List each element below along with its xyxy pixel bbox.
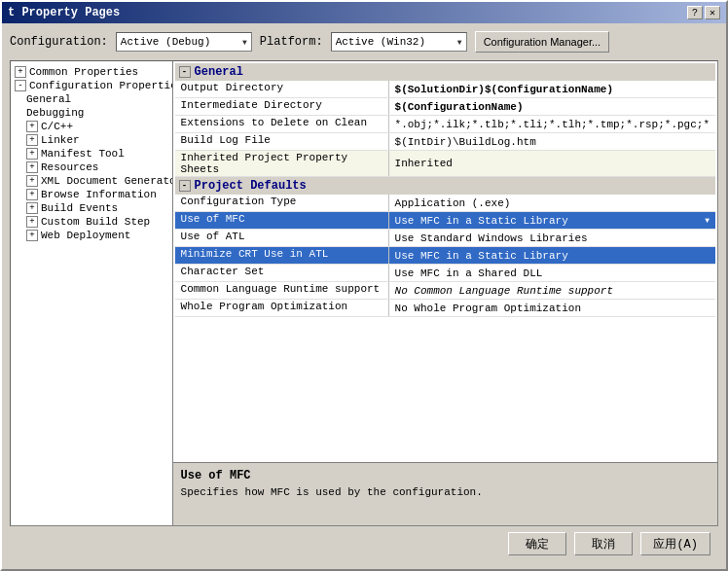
properties-area: - General Output Directory $(SolutionDir… <box>173 61 717 462</box>
prop-config-type[interactable]: Configuration Type Application (.exe) <box>175 195 715 212</box>
prop-val-minimize-crt-text: Use MFC in a Static Library <box>395 250 568 262</box>
prop-use-atl[interactable]: Use of ATL Use Standard Windows Librarie… <box>175 230 715 247</box>
tree-item-manifest-tool[interactable]: + Manifest Tool <box>11 147 172 161</box>
tree-label-common: Common Properties <box>29 66 138 78</box>
expander-common[interactable]: + <box>15 66 26 78</box>
tree-label-resources: Resources <box>41 161 98 173</box>
left-tree-panel: + Common Properties - Configuration Prop… <box>11 61 173 525</box>
prop-val-clr: No Common Language Runtime support <box>389 282 715 299</box>
prop-val-char-set-text: Use MFC in a Shared DLL <box>395 268 543 279</box>
bottom-buttons: 确定 取消 应用(A) <box>10 526 718 561</box>
general-section-label: General <box>195 65 243 79</box>
tree-label-custom-build: Custom Build Step <box>41 216 150 228</box>
prop-intermediate-dir[interactable]: Intermediate Directory $(ConfigurationNa… <box>175 98 715 116</box>
prop-clr-support[interactable]: Common Language Runtime support No Commo… <box>175 282 715 300</box>
prop-name-inherited: Inherited Project Property Sheets <box>175 151 389 176</box>
expander-browse[interactable]: + <box>26 189 38 200</box>
project-defaults-expander[interactable]: - <box>179 180 191 192</box>
prop-name-char-set: Character Set <box>175 265 389 281</box>
expander-xml[interactable]: + <box>26 175 38 187</box>
description-area: Use of MFC Specifies how MFC is used by … <box>173 462 717 525</box>
prop-name-use-mfc: Use of MFC <box>175 212 389 229</box>
general-section-expander[interactable]: - <box>179 66 191 78</box>
prop-val-whole-program-text: No Whole Program Optimization <box>395 303 581 314</box>
prop-val-intermediate-dir: $(ConfigurationName) <box>389 98 715 115</box>
prop-name-extensions: Extensions to Delete on Clean <box>175 116 389 132</box>
tree-item-custom-build[interactable]: + Custom Build Step <box>11 215 172 229</box>
prop-val-inherited-text: Inherited <box>395 158 453 169</box>
expander-config[interactable]: - <box>15 80 26 91</box>
property-pages-window: t Property Pages ? ✕ Configuration: Acti… <box>0 0 728 571</box>
prop-val-char-set: Use MFC in a Shared DLL <box>389 265 715 281</box>
tree-item-xml-doc[interactable]: + XML Document Generator <box>11 174 172 188</box>
config-dropdown-arrow: ▼ <box>242 38 247 47</box>
expander-build-events[interactable]: + <box>26 202 38 214</box>
prop-val-extensions-text: *.obj;*.ilk;*.tlb;*.tli;*.tlh;*.tmp;*.rs… <box>395 119 710 130</box>
close-button[interactable]: ✕ <box>705 6 720 19</box>
tree-label-cc: C/C++ <box>41 121 73 132</box>
prop-val-use-mfc-text: Use MFC in a Static Library <box>395 215 568 227</box>
tree-item-build-events[interactable]: + Build Events <box>11 201 172 215</box>
prop-inherited[interactable]: Inherited Project Property Sheets Inheri… <box>175 151 715 177</box>
prop-extensions[interactable]: Extensions to Delete on Clean *.obj;*.il… <box>175 116 715 133</box>
expander-manifest[interactable]: + <box>26 148 38 160</box>
tree-item-debugging[interactable]: Debugging <box>11 106 172 120</box>
prop-val-config-type: Application (.exe) <box>389 195 715 211</box>
prop-val-build-log-text: $(IntDir)\BuildLog.htm <box>395 136 536 148</box>
prop-name-config-type: Configuration Type <box>175 195 389 211</box>
tree-item-cc[interactable]: + C/C++ <box>11 120 172 133</box>
tree-item-linker[interactable]: + Linker <box>11 133 172 147</box>
expander-web[interactable]: + <box>26 230 38 241</box>
tree-label-linker: Linker <box>41 134 80 146</box>
prop-name-minimize-crt: Minimize CRT Use in ATL <box>175 247 389 264</box>
prop-use-mfc[interactable]: Use of MFC Use MFC in a Static Library ▼ <box>175 212 715 230</box>
tree-label-xml: XML Document Generator <box>41 175 173 187</box>
prop-name-intermediate-dir: Intermediate Directory <box>175 98 389 115</box>
prop-val-output-dir-text: $(SolutionDir)$(ConfigurationName) <box>395 84 613 95</box>
platform-dropdown[interactable]: Active (Win32) ▼ <box>331 32 467 52</box>
prop-whole-program[interactable]: Whole Program Optimization No Whole Prog… <box>175 300 715 317</box>
ok-button[interactable]: 确定 <box>508 532 566 555</box>
help-button[interactable]: ? <box>687 6 703 19</box>
expander-resources[interactable]: + <box>26 161 38 173</box>
prop-output-dir[interactable]: Output Directory $(SolutionDir)$(Configu… <box>175 81 715 98</box>
expander-cc[interactable]: + <box>26 121 38 132</box>
prop-minimize-crt[interactable]: Minimize CRT Use in ATL Use MFC in a Sta… <box>175 247 715 265</box>
main-panel: + Common Properties - Configuration Prop… <box>10 60 718 526</box>
tree-item-web-deploy[interactable]: + Web Deployment <box>11 229 172 242</box>
tree-label-config: Configuration Properties <box>29 80 173 91</box>
project-defaults-label: Project Defaults <box>195 179 307 193</box>
expander-linker[interactable]: + <box>26 134 38 146</box>
tree-label-debugging: Debugging <box>26 107 84 119</box>
cancel-button[interactable]: 取消 <box>574 532 633 555</box>
prop-val-use-mfc: Use MFC in a Static Library ▼ <box>389 212 715 229</box>
prop-char-set[interactable]: Character Set Use MFC in a Shared DLL <box>175 265 715 282</box>
desc-title: Use of MFC <box>181 469 710 482</box>
title-buttons: ? ✕ <box>687 6 720 19</box>
tree-item-configuration-properties[interactable]: - Configuration Properties <box>11 79 172 92</box>
prop-val-output-dir: $(SolutionDir)$(ConfigurationName) <box>389 81 715 97</box>
prop-build-log[interactable]: Build Log File $(IntDir)\BuildLog.htm <box>175 133 715 151</box>
prop-name-whole-program: Whole Program Optimization <box>175 300 389 316</box>
config-manager-button[interactable]: Configuration Manager... <box>475 31 609 53</box>
tree-label-browse: Browse Information <box>41 189 157 200</box>
prop-name-use-atl: Use of ATL <box>175 230 389 246</box>
expander-custom-build[interactable]: + <box>26 216 38 228</box>
project-defaults-section-header: - Project Defaults <box>175 177 715 195</box>
tree-item-resources[interactable]: + Resources <box>11 161 172 174</box>
tree-item-browse-info[interactable]: + Browse Information <box>11 188 172 201</box>
tree-item-common-properties[interactable]: + Common Properties <box>11 65 172 79</box>
tree-label-build-events: Build Events <box>41 202 118 214</box>
title-bar: t Property Pages ? ✕ <box>2 2 726 23</box>
prop-val-whole-program: No Whole Program Optimization <box>389 300 715 316</box>
apply-button[interactable]: 应用(A) <box>640 532 710 555</box>
prop-val-inherited: Inherited <box>389 151 715 176</box>
prop-val-use-atl: Use Standard Windows Libraries <box>389 230 715 246</box>
config-dropdown[interactable]: Active (Debug) ▼ <box>116 32 252 52</box>
prop-val-intermediate-text: $(ConfigurationName) <box>395 101 524 113</box>
tree-label-general: General <box>26 93 71 105</box>
prop-val-use-atl-text: Use Standard Windows Libraries <box>395 232 588 244</box>
prop-name-output-dir: Output Directory <box>175 81 389 97</box>
use-mfc-dropdown-arrow[interactable]: ▼ <box>705 216 710 225</box>
tree-item-general[interactable]: General <box>11 92 172 106</box>
